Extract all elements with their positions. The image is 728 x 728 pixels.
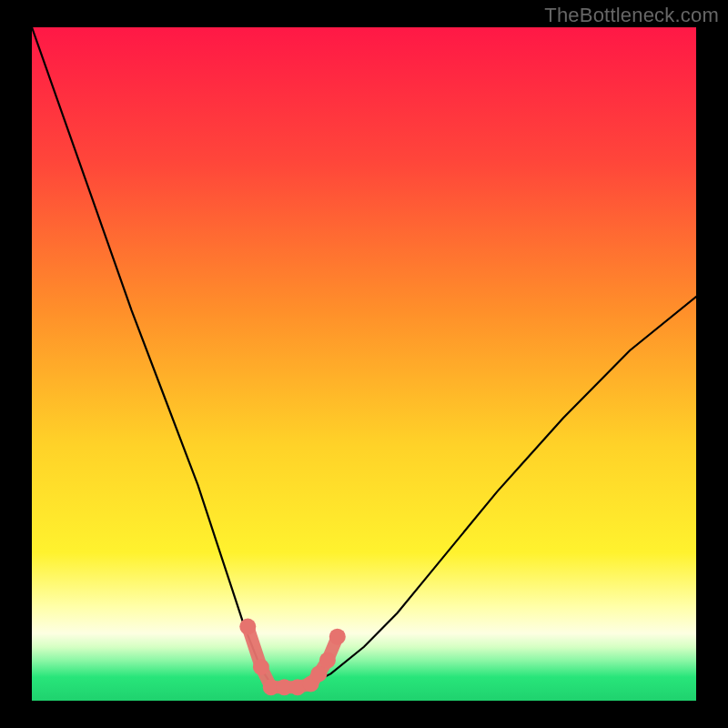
marker-dot xyxy=(239,619,256,635)
marker-dot xyxy=(310,665,327,682)
marker-dot xyxy=(329,629,346,645)
chart-frame: TheBottleneck.com xyxy=(0,0,728,728)
plot-gradient xyxy=(32,27,696,701)
watermark-text: TheBottleneck.com xyxy=(544,4,719,27)
marker-dot xyxy=(253,659,269,675)
frame-left xyxy=(0,0,32,728)
bottleneck-chart xyxy=(0,0,728,728)
frame-bottom xyxy=(0,701,728,728)
marker-dot xyxy=(319,652,336,669)
frame-right xyxy=(696,0,728,728)
